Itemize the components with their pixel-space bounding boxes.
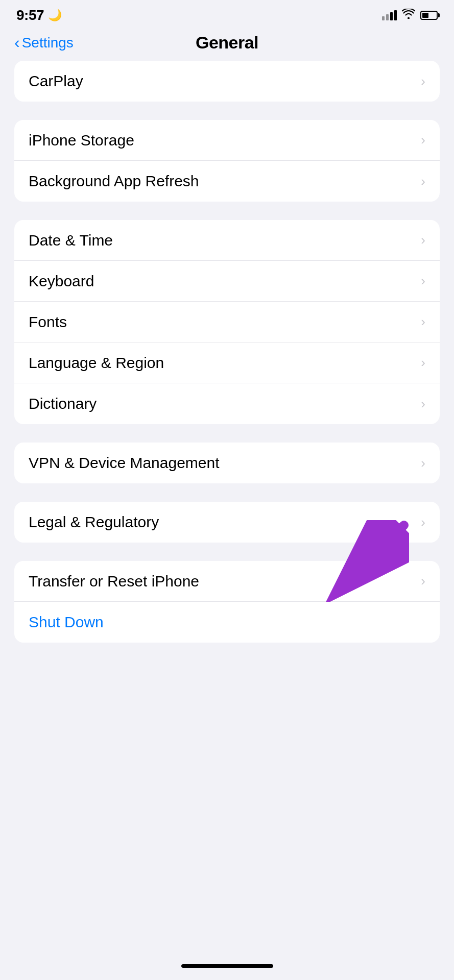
bottom-group: Transfer or Reset iPhone › Shut Down	[14, 561, 440, 643]
shut-down-row[interactable]: Shut Down	[14, 602, 440, 643]
carplay-chevron-icon: ›	[421, 74, 425, 89]
status-bar: 9:57 🌙	[0, 0, 454, 28]
fonts-label: Fonts	[29, 313, 67, 331]
legal-row[interactable]: Legal & Regulatory ›	[14, 502, 440, 543]
back-label: Settings	[22, 35, 74, 51]
fonts-row[interactable]: Fonts ›	[14, 302, 440, 342]
legal-label: Legal & Regulatory	[29, 513, 159, 531]
vpn-row[interactable]: VPN & Device Management ›	[14, 443, 440, 483]
moon-icon: 🌙	[48, 9, 62, 22]
status-time: 9:57	[16, 7, 44, 23]
keyboard-row[interactable]: Keyboard ›	[14, 261, 440, 302]
carplay-group: CarPlay ›	[14, 61, 440, 102]
carplay-row[interactable]: CarPlay ›	[14, 61, 440, 102]
iphone-storage-row[interactable]: iPhone Storage ›	[14, 120, 440, 161]
iphone-storage-label: iPhone Storage	[29, 132, 134, 149]
back-chevron-icon: ‹	[14, 34, 20, 51]
vpn-group: VPN & Device Management ›	[14, 443, 440, 483]
date-time-chevron-icon: ›	[421, 232, 425, 248]
signal-icon	[382, 10, 397, 20]
back-button[interactable]: ‹ Settings	[14, 35, 74, 51]
transfer-reset-row[interactable]: Transfer or Reset iPhone ›	[14, 561, 440, 602]
language-region-chevron-icon: ›	[421, 355, 425, 371]
fonts-chevron-icon: ›	[421, 314, 425, 330]
language-region-label: Language & Region	[29, 354, 164, 372]
carplay-label: CarPlay	[29, 72, 83, 90]
page-title: General	[196, 33, 258, 53]
battery-icon	[420, 11, 438, 20]
dictionary-label: Dictionary	[29, 395, 97, 412]
background-app-refresh-row[interactable]: Background App Refresh ›	[14, 161, 440, 202]
iphone-storage-chevron-icon: ›	[421, 132, 425, 148]
date-time-label: Date & Time	[29, 232, 113, 249]
shut-down-label: Shut Down	[29, 614, 104, 631]
transfer-reset-label: Transfer or Reset iPhone	[29, 573, 199, 590]
home-indicator	[0, 956, 454, 980]
legal-group: Legal & Regulatory ›	[14, 502, 440, 543]
dictionary-chevron-icon: ›	[421, 396, 425, 412]
home-bar	[181, 964, 273, 968]
background-app-refresh-chevron-icon: ›	[421, 174, 425, 189]
vpn-label: VPN & Device Management	[29, 454, 220, 472]
transfer-reset-chevron-icon: ›	[421, 573, 425, 589]
language-group: Date & Time › Keyboard › Fonts › Languag…	[14, 220, 440, 424]
language-region-row[interactable]: Language & Region ›	[14, 342, 440, 383]
nav-header: ‹ Settings General	[0, 28, 454, 61]
keyboard-label: Keyboard	[29, 273, 94, 290]
settings-content: CarPlay › iPhone Storage › Background Ap…	[0, 61, 454, 956]
bottom-section: Transfer or Reset iPhone › Shut Down	[14, 561, 440, 643]
status-icons	[382, 9, 438, 22]
dictionary-row[interactable]: Dictionary ›	[14, 383, 440, 424]
date-time-row[interactable]: Date & Time ›	[14, 220, 440, 261]
legal-chevron-icon: ›	[421, 514, 425, 530]
wifi-icon	[402, 9, 415, 22]
vpn-chevron-icon: ›	[421, 455, 425, 471]
background-app-refresh-label: Background App Refresh	[29, 173, 199, 190]
keyboard-chevron-icon: ›	[421, 273, 425, 289]
storage-group: iPhone Storage › Background App Refresh …	[14, 120, 440, 202]
